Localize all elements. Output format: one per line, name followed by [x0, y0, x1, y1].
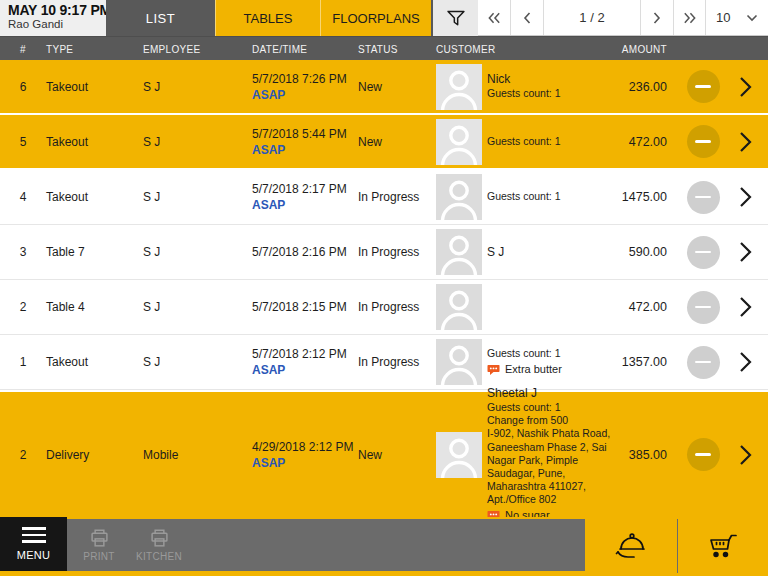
current-datetime: MAY 10 9:17 PM: [8, 2, 106, 18]
order-date-text: 5/7/2018 2:17 PM: [252, 182, 347, 196]
open-order-button[interactable]: [736, 115, 754, 168]
tab-tables[interactable]: TABLES: [215, 0, 320, 36]
prev-page-button[interactable]: [511, 0, 544, 35]
guests-count: Guests count: 1: [487, 135, 561, 148]
order-datetime-cell: 5/7/2018 2:16 PM: [252, 225, 362, 279]
chevron-right-icon: [739, 131, 752, 153]
remove-order-button[interactable]: [686, 280, 720, 334]
order-amount: 236.00: [587, 60, 667, 113]
avatar: [436, 229, 482, 275]
order-row[interactable]: 6 Takeout S J 5/7/2018 7:26 PM ASAP New …: [0, 60, 768, 115]
avatar: [436, 119, 482, 165]
open-order-button[interactable]: [736, 60, 754, 113]
order-asap-label: ASAP: [252, 88, 285, 102]
open-order-button[interactable]: [736, 280, 754, 334]
tab-tables-label: TABLES: [244, 11, 293, 26]
order-datetime-cell: 5/7/2018 2:15 PM: [252, 280, 362, 334]
remove-order-button[interactable]: [686, 170, 720, 224]
order-asap-label: ASAP: [252, 143, 285, 157]
cloche-icon: [615, 532, 648, 561]
open-order-button[interactable]: [736, 170, 754, 224]
chevron-right-icon: [652, 11, 662, 25]
open-order-button[interactable]: [736, 392, 754, 517]
order-status: In Progress: [358, 335, 436, 389]
remove-order-button[interactable]: [686, 392, 720, 517]
guests-count: Guests count: 1: [487, 347, 561, 360]
cart-button[interactable]: [678, 517, 768, 576]
remove-order-button[interactable]: [686, 225, 720, 279]
double-chevron-left-icon: [487, 11, 502, 25]
order-number: 5: [14, 115, 32, 168]
order-number: 4: [14, 170, 32, 224]
next-page-button[interactable]: [641, 0, 674, 35]
order-asap-label: ASAP: [252, 456, 285, 470]
order-asap-label: ASAP: [252, 198, 285, 212]
order-status: New: [358, 60, 436, 113]
chevron-down-icon: [746, 14, 758, 22]
remove-order-button[interactable]: [686, 335, 720, 389]
order-row[interactable]: 4 Takeout S J 5/7/2018 2:17 PM ASAP In P…: [0, 170, 768, 225]
remove-order-button[interactable]: [686, 115, 720, 168]
order-datetime-cell: 5/7/2018 5:44 PM ASAP: [252, 115, 362, 168]
order-number: 2: [14, 280, 32, 334]
order-employee: S J: [143, 170, 160, 224]
person-icon: [436, 64, 482, 110]
order-row[interactable]: 3 Table 7 S J 5/7/2018 2:16 PM In Progre…: [0, 225, 768, 280]
serving-orders-button[interactable]: [585, 517, 677, 576]
tab-floorplans[interactable]: FLOORPLANS: [320, 0, 431, 36]
order-date-text: 5/7/2018 2:16 PM: [252, 245, 347, 259]
order-amount: 385.00: [587, 392, 667, 517]
order-amount: 590.00: [587, 225, 667, 279]
order-status: New: [358, 392, 436, 517]
bottom-bar: MENU PRINT KITCHEN: [0, 517, 768, 576]
order-row[interactable]: 2 Table 4 S J 5/7/2018 2:15 PM In Progre…: [0, 280, 768, 335]
order-type: Table 4: [46, 280, 85, 334]
printer-icon: [149, 528, 170, 548]
order-row[interactable]: 5 Takeout S J 5/7/2018 5:44 PM ASAP New …: [0, 115, 768, 170]
order-employee: Mobile: [143, 392, 178, 517]
order-employee: S J: [143, 60, 160, 113]
open-order-button[interactable]: [736, 225, 754, 279]
order-row[interactable]: 2 Delivery Mobile 4/29/2018 2:12 PM ASAP…: [0, 390, 768, 517]
order-amount: 472.00: [587, 115, 667, 168]
order-employee: S J: [143, 280, 160, 334]
cart-icon: [708, 533, 738, 561]
current-user: Rao Gandi: [8, 18, 106, 30]
order-date-text: 5/7/2018 7:26 PM: [252, 72, 347, 86]
tab-floorplans-label: FLOORPLANS: [332, 11, 419, 26]
order-date-text: 5/7/2018 5:44 PM: [252, 127, 347, 141]
filter-button[interactable]: [433, 0, 478, 36]
order-datetime-cell: 5/7/2018 2:12 PM ASAP: [252, 335, 362, 389]
guests-count: Guests count: 1: [487, 190, 561, 203]
minus-circle-icon: [687, 181, 720, 214]
guests-count: Guests count: 1: [487, 87, 561, 100]
tab-list-label: LIST: [146, 11, 175, 26]
chevron-right-icon: [739, 351, 752, 373]
menu-button[interactable]: MENU: [0, 517, 67, 571]
print-button-label: PRINT: [83, 551, 115, 562]
customer-name: S J: [487, 245, 504, 260]
order-number: 1: [14, 335, 32, 389]
order-row[interactable]: 1 Takeout S J 5/7/2018 2:12 PM ASAP In P…: [0, 335, 768, 390]
customer-name: Sheetal J: [487, 386, 537, 401]
person-icon: [436, 174, 482, 220]
chevron-left-icon: [522, 11, 532, 25]
order-datetime-cell: 5/7/2018 7:26 PM ASAP: [252, 60, 362, 113]
tab-list[interactable]: LIST: [106, 0, 215, 36]
order-status: New: [358, 115, 436, 168]
person-icon: [436, 119, 482, 165]
kitchen-button[interactable]: KITCHEN: [128, 519, 190, 571]
page-indicator: 1 / 2: [544, 0, 641, 35]
customer-avatar: [436, 225, 482, 279]
page-size-dropdown[interactable]: 10: [706, 0, 768, 35]
minus-circle-icon: [687, 346, 720, 379]
minus-circle-icon: [687, 236, 720, 269]
print-button[interactable]: PRINT: [76, 519, 122, 571]
order-type: Takeout: [46, 170, 88, 224]
last-page-button[interactable]: [674, 0, 706, 35]
open-order-button[interactable]: [736, 335, 754, 389]
order-number: 3: [14, 225, 32, 279]
remove-order-button[interactable]: [686, 60, 720, 113]
first-page-button[interactable]: [478, 0, 511, 35]
order-number: 6: [14, 60, 32, 113]
